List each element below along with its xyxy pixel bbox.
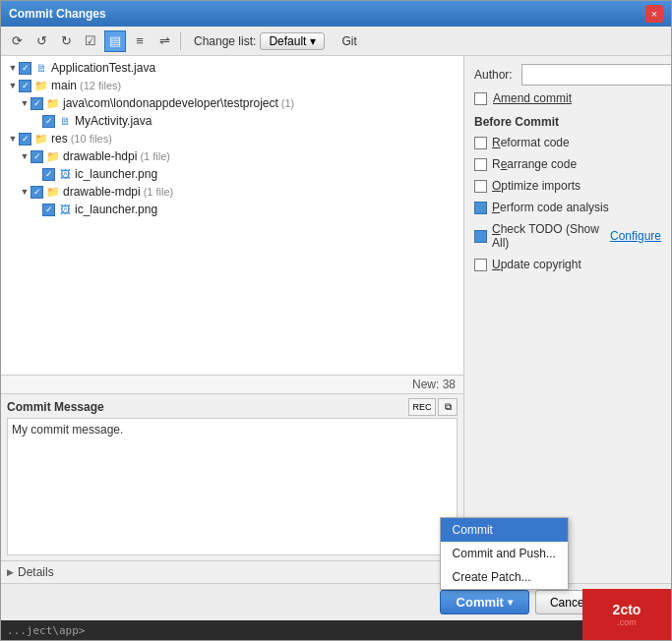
dropdown-item-create-patch[interactable]: Create Patch... — [441, 565, 568, 589]
terminal-text: ...ject\app> — [7, 624, 85, 637]
commit-msg-label: Commit Message — [7, 400, 104, 414]
rearrange-label: Rearrange code — [492, 157, 577, 171]
tree-item-7[interactable]: ▼ ✓ 📁 drawable-mdpi (1 file) — [1, 183, 463, 201]
watermark-logo: 2cto — [613, 602, 641, 617]
folder-icon: 📁 — [46, 185, 60, 199]
toolbar-btn-1[interactable]: ⟳ — [6, 30, 28, 52]
tree-label: drawable-mdpi — [63, 185, 141, 199]
commit-msg-header: Commit Message REC ⧉ — [7, 398, 458, 416]
left-panel: ▼ ✓ 🗎 ApplicationTest.java ▼ ✓ 📁 main (1… — [1, 56, 464, 583]
git-tab[interactable]: Git — [336, 32, 362, 50]
option-check-todo: Check TODO (Show All) Configure — [474, 221, 661, 251]
reformat-checkbox[interactable] — [474, 137, 487, 149]
tree-label: ic_launcher.png — [75, 167, 157, 181]
tree-label: java\com\londonappdeveloper\testproject — [63, 96, 278, 110]
tree-count: (1) — [281, 97, 294, 109]
tree-arrow: ▼ — [19, 186, 31, 198]
author-label: Author: — [474, 68, 516, 82]
copyright-checkbox[interactable] — [474, 259, 487, 271]
tree-label: drawable-hdpi — [63, 149, 137, 163]
tree-checkbox[interactable]: ✓ — [31, 150, 43, 163]
watermark: 2cto .com — [582, 589, 671, 640]
rearrange-checkbox[interactable] — [474, 158, 487, 171]
commit-button[interactable]: Commit ▾ — [440, 590, 529, 614]
tree-checkbox[interactable]: ✓ — [31, 97, 43, 110]
toolbar-btn-4[interactable]: ☑ — [80, 30, 101, 52]
tree-checkbox[interactable]: ✓ — [19, 133, 31, 146]
file-tree[interactable]: ▼ ✓ 🗎 ApplicationTest.java ▼ ✓ 📁 main (1… — [1, 56, 463, 376]
toolbar-btn-3[interactable]: ↻ — [55, 30, 77, 52]
image-icon: 🖼 — [58, 167, 72, 181]
tree-item-5[interactable]: ▼ ✓ 📁 drawable-hdpi (1 file) — [1, 147, 463, 165]
toolbar-btn-2[interactable]: ↺ — [31, 30, 52, 52]
tree-item-2[interactable]: ▼ ✓ 📁 java\com\londonappdeveloper\testpr… — [1, 94, 463, 112]
watermark-url: .com — [617, 617, 637, 627]
optimize-checkbox[interactable] — [474, 180, 487, 193]
tree-arrow: ▼ — [7, 80, 19, 91]
tree-checkbox[interactable]: ✓ — [42, 115, 55, 128]
tree-item-1[interactable]: ▼ ✓ 📁 main (12 files) — [1, 77, 463, 94]
tree-checkbox[interactable]: ✓ — [19, 80, 31, 92]
copyright-label: Update copyright — [492, 258, 581, 271]
new-count-bar: New: 38 — [1, 376, 463, 394]
tree-item-4[interactable]: ▼ ✓ 📁 res (10 files) — [1, 130, 463, 147]
change-list-area: Change list: Default ▾ — [194, 32, 325, 50]
tree-checkbox[interactable]: ✓ — [31, 186, 43, 199]
details-arrow: ▶ — [7, 567, 14, 577]
tree-label: ic_launcher.png — [75, 203, 157, 216]
commit-btn-container: Commit Commit and Push... Create Patch..… — [440, 590, 529, 614]
copy-button[interactable]: ⧉ — [438, 398, 458, 416]
tree-checkbox[interactable]: ✓ — [42, 204, 55, 216]
details-section[interactable]: ▶ Details — [1, 561, 463, 583]
tree-item-0[interactable]: ▼ ✓ 🗎 ApplicationTest.java — [1, 59, 463, 77]
amend-label[interactable]: Amend commit — [493, 91, 572, 105]
option-reformat: Reformat code — [474, 135, 661, 150]
tree-item-6[interactable]: ✓ 🖼 ic_launcher.png — [1, 165, 463, 183]
tree-item-3[interactable]: ✓ 🗎 MyActivity.java — [1, 112, 463, 130]
tree-checkbox[interactable]: ✓ — [42, 168, 55, 181]
tree-count: (12 files) — [80, 80, 121, 91]
toolbar-btn-7[interactable]: ⇌ — [153, 30, 175, 52]
toolbar-btn-5[interactable]: ▤ — [104, 30, 126, 52]
tree-checkbox[interactable]: ✓ — [19, 62, 31, 75]
commit-dropdown-menu: Commit Commit and Push... Create Patch..… — [440, 517, 569, 590]
tree-item-8[interactable]: ✓ 🖼 ic_launcher.png — [1, 201, 463, 218]
commit-message-input[interactable]: My commit message. — [7, 418, 458, 555]
file-icon: 🗎 — [58, 114, 72, 128]
folder-icon: 📁 — [46, 149, 60, 163]
change-list-arrow: ▾ — [310, 34, 316, 48]
tree-count: (1 file) — [144, 186, 174, 198]
rec-button[interactable]: REC — [408, 398, 436, 416]
tree-arrow: ▼ — [7, 133, 19, 145]
amend-checkbox[interactable] — [474, 92, 487, 105]
tree-label: MyActivity.java — [75, 114, 152, 128]
perform-checkbox[interactable] — [474, 202, 487, 214]
close-button[interactable]: × — [645, 5, 663, 23]
dropdown-item-commit-push[interactable]: Commit and Push... — [441, 542, 568, 565]
tree-arrow: ▼ — [7, 62, 19, 74]
tree-count: (10 files) — [71, 133, 112, 145]
commit-message-section: Commit Message REC ⧉ My commit message. — [1, 394, 463, 561]
change-list-button[interactable]: Default ▾ — [260, 32, 325, 50]
folder-icon: 📁 — [46, 96, 60, 110]
reformat-label: Reformat code — [492, 136, 570, 149]
toolbar-separator — [180, 32, 181, 50]
commit-dialog: Commit Changes × ⟳ ↺ ↻ ☑ ▤ ≡ ⇌ Change li… — [0, 0, 672, 641]
commit-msg-tools: REC ⧉ — [408, 398, 458, 416]
author-input[interactable] — [521, 64, 671, 86]
author-row: Author: ▾ — [474, 64, 661, 86]
change-list-label: Change list: — [194, 34, 256, 48]
bottom-bar: Commit Commit and Push... Create Patch..… — [1, 583, 671, 620]
dialog-title: Commit Changes — [9, 7, 106, 21]
configure-link[interactable]: Configure — [610, 229, 661, 243]
tree-arrow: ▼ — [19, 150, 31, 162]
dropdown-item-commit[interactable]: Commit — [441, 518, 568, 542]
toolbar-btn-6[interactable]: ≡ — [129, 30, 151, 52]
change-list-value: Default — [269, 34, 306, 48]
folder-icon: 📁 — [34, 132, 48, 146]
tree-arrow: ▼ — [19, 97, 31, 109]
option-rearrange: Rearrange code — [474, 156, 661, 172]
option-perform: Perform code analysis — [474, 200, 661, 215]
tree-label: main — [51, 79, 77, 92]
check-todo-checkbox[interactable] — [474, 230, 487, 243]
